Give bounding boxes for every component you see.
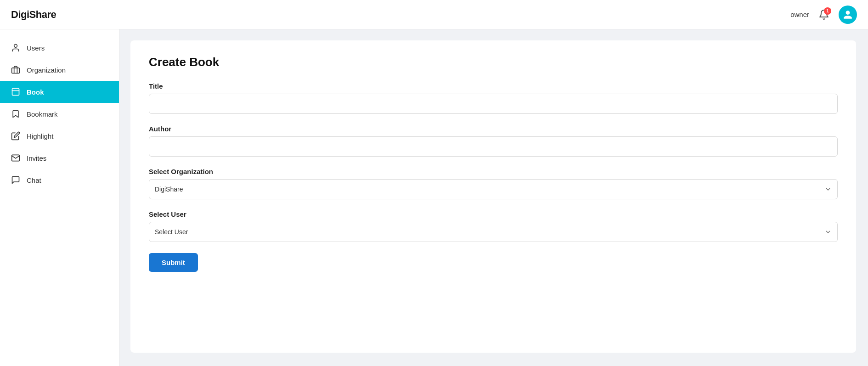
create-book-card: Create Book Title Author Select Organiza… [130,40,856,353]
briefcase-icon [11,65,20,74]
sidebar-item-label: Users [27,44,45,52]
sidebar-item-bookmark[interactable]: Bookmark [0,103,119,125]
select-user-label: Select User [149,210,838,218]
submit-button[interactable]: Submit [149,253,198,272]
user-avatar-button[interactable] [839,6,857,24]
sidebar-item-label: Highlight [27,132,53,140]
sidebar-item-label: Chat [27,176,41,184]
sidebar-item-book[interactable]: Book [0,81,119,103]
author-field-group: Author [149,125,838,157]
user-select[interactable]: Select User [149,222,838,242]
sidebar-item-users[interactable]: Users [0,37,119,59]
notification-badge: 1 [824,7,831,15]
sidebar-item-chat[interactable]: Chat [0,169,119,191]
title-input[interactable] [149,94,838,114]
sidebar: Users Organization Book [0,29,119,366]
svg-rect-2 [12,89,19,96]
header-right: owner 1 [790,6,857,24]
select-organization-group: Select Organization DigiShare [149,168,838,199]
organization-select[interactable]: DigiShare [149,179,838,199]
layout: Users Organization Book [0,29,868,366]
user-icon [11,43,20,52]
sidebar-item-label: Book [27,88,44,96]
owner-label: owner [790,11,809,18]
select-organization-label: Select Organization [149,168,838,175]
select-user-group: Select User Select User [149,210,838,242]
edit-icon [11,131,20,141]
svg-point-0 [14,45,17,48]
sidebar-item-highlight[interactable]: Highlight [0,125,119,147]
notification-button[interactable]: 1 [817,7,831,22]
sidebar-item-label: Bookmark [27,110,58,118]
page-title: Create Book [149,55,838,69]
title-field-group: Title [149,82,838,114]
sidebar-item-label: Invites [27,154,46,162]
sidebar-item-organization[interactable]: Organization [0,59,119,81]
svg-rect-1 [12,68,20,73]
chat-icon [11,175,20,185]
main-content: Create Book Title Author Select Organiza… [119,29,868,366]
header: DigiShare owner 1 [0,0,868,29]
author-input[interactable] [149,136,838,157]
bookmark-icon [11,109,20,118]
book-icon [11,87,20,96]
sidebar-item-label: Organization [27,66,66,74]
app-logo: DigiShare [11,9,56,21]
sidebar-item-invites[interactable]: Invites [0,147,119,169]
author-label: Author [149,125,838,133]
title-label: Title [149,82,838,90]
mail-icon [11,153,20,163]
person-icon [843,10,853,20]
